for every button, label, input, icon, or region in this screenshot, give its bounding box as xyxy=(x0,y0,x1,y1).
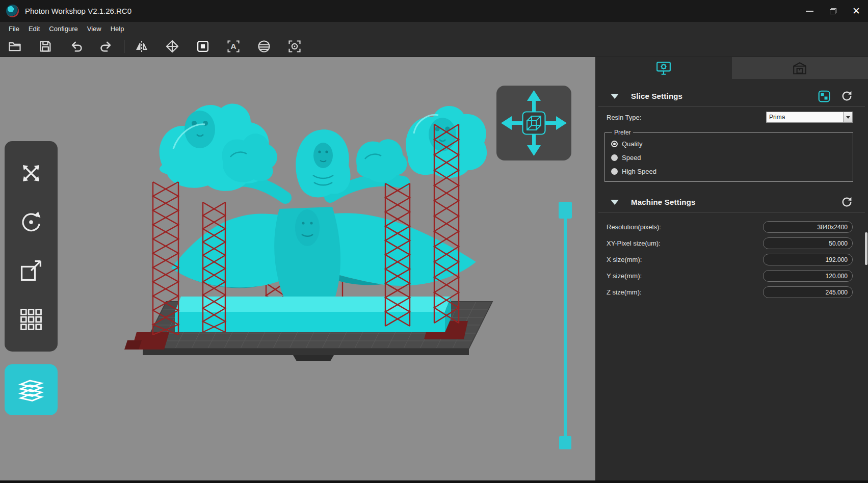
open-button[interactable] xyxy=(6,38,23,55)
undo-icon xyxy=(69,39,83,53)
panel-scrollbar-thumb[interactable] xyxy=(865,232,867,265)
printer-icon xyxy=(792,61,807,75)
tab-printer[interactable] xyxy=(732,57,868,79)
z-slider-bottom-cap[interactable] xyxy=(559,436,571,449)
view-navigation-widget xyxy=(496,86,571,160)
auto-detect-icon xyxy=(287,39,302,53)
radio-quality[interactable]: Quality xyxy=(611,140,847,148)
radio-high-speed[interactable]: High Speed xyxy=(611,168,847,175)
rotate-tool-button[interactable] xyxy=(15,206,47,238)
z-size-input[interactable] xyxy=(763,286,853,298)
close-button[interactable]: ✕ xyxy=(845,0,868,22)
nav-home-cube[interactable] xyxy=(523,112,545,135)
hollow-icon xyxy=(165,39,179,53)
refresh-icon xyxy=(841,90,853,102)
redo-button[interactable] xyxy=(98,38,115,55)
xy-pixel-size-row: XY-Pixel size(um): xyxy=(607,237,853,249)
model-sculpture xyxy=(160,104,487,297)
menu-help[interactable]: Help xyxy=(106,23,129,34)
radio-speed[interactable]: Speed xyxy=(611,154,847,162)
app-logo-icon xyxy=(6,5,19,17)
slice-layers-button[interactable] xyxy=(5,364,58,415)
z-slider-track[interactable] xyxy=(564,210,567,440)
slice-refresh-button[interactable] xyxy=(841,90,853,102)
menu-edit[interactable]: Edit xyxy=(24,23,44,34)
save-icon xyxy=(38,39,52,53)
array-tool-button[interactable] xyxy=(15,303,47,336)
restore-button[interactable] xyxy=(821,0,845,22)
x-size-input[interactable] xyxy=(763,254,853,265)
machine-settings-header: Machine Settings xyxy=(598,192,865,212)
slice-preview-button[interactable] xyxy=(255,38,273,55)
minimize-icon xyxy=(806,11,813,12)
machine-refresh-button[interactable] xyxy=(841,196,853,208)
x-size-row: X size(mm): xyxy=(607,254,853,265)
tab-slice-settings[interactable] xyxy=(595,57,732,79)
rotate-icon xyxy=(18,209,44,235)
slice-config-icon xyxy=(818,90,831,103)
menu-configure[interactable]: Configure xyxy=(44,23,82,34)
window-controls: ✕ xyxy=(798,0,868,22)
text-tool-icon: A xyxy=(226,39,241,53)
prefer-groupbox: Prefer Quality Speed High Speed xyxy=(604,129,853,182)
punch-hole-icon xyxy=(196,39,210,53)
window-title: Photon Workshop V2.1.26.RC0 xyxy=(25,7,131,15)
monitor-gear-icon xyxy=(656,61,671,75)
restore-icon xyxy=(830,8,836,14)
undo-button[interactable] xyxy=(67,38,85,55)
move-tool-button[interactable] xyxy=(15,157,47,190)
z-slider-handle[interactable] xyxy=(559,202,572,219)
refresh-icon xyxy=(841,196,853,208)
minimize-button[interactable] xyxy=(798,0,821,22)
punch-hole-button[interactable] xyxy=(194,38,212,55)
slice-settings-header: Slice Settings xyxy=(598,86,865,106)
mirror-button[interactable] xyxy=(133,38,150,55)
radio-unselected-icon xyxy=(611,168,618,175)
scale-icon xyxy=(18,257,44,284)
resin-type-dropdown-button[interactable] xyxy=(843,112,852,122)
resin-type-row: Resin Type: Prima xyxy=(607,112,853,123)
resin-type-value: Prima xyxy=(767,112,843,122)
menu-view[interactable]: View xyxy=(83,23,106,34)
save-button[interactable] xyxy=(37,38,54,55)
move-icon xyxy=(18,160,44,186)
hollow-button[interactable] xyxy=(164,38,181,55)
z-size-row: Z size(mm): xyxy=(607,286,853,298)
xy-pixel-size-input[interactable] xyxy=(763,237,853,249)
radio-unselected-icon xyxy=(611,154,618,161)
title-bar: Photon Workshop V2.1.26.RC0 ✕ xyxy=(0,0,868,22)
y-size-row: Y size(mm): xyxy=(607,270,853,282)
app-window: Photon Workshop V2.1.26.RC0 ✕ File Edit … xyxy=(0,0,868,483)
prefer-legend: Prefer xyxy=(612,129,633,136)
window-bottom-edge xyxy=(0,480,868,483)
slice-preview-icon xyxy=(257,39,271,53)
machine-settings-title: Machine Settings xyxy=(631,198,696,206)
collapse-triangle-icon[interactable] xyxy=(611,200,619,205)
menu-bar: File Edit Configure View Help xyxy=(0,22,868,36)
mirror-icon xyxy=(135,39,149,53)
chevron-down-icon xyxy=(846,116,850,119)
slice-settings-title: Slice Settings xyxy=(631,92,682,100)
resolution-input[interactable] xyxy=(763,221,853,233)
auto-detect-button[interactable] xyxy=(286,38,303,55)
resin-type-label: Resin Type: xyxy=(607,114,641,121)
close-icon: ✕ xyxy=(852,6,860,16)
slice-config-button[interactable] xyxy=(818,90,831,103)
menu-file[interactable]: File xyxy=(4,23,24,34)
layers-icon xyxy=(17,376,45,404)
array-icon xyxy=(18,306,44,333)
settings-panel: Slice Settings xyxy=(595,57,868,480)
toolbar-separator xyxy=(124,40,124,53)
resolution-row: Resolution(pixels): xyxy=(607,221,853,233)
svg-text:A: A xyxy=(231,42,236,50)
text-tool-button[interactable]: A xyxy=(225,38,242,55)
scale-tool-button[interactable] xyxy=(15,254,47,287)
open-folder-icon xyxy=(8,39,22,53)
radio-selected-icon xyxy=(611,141,618,147)
redo-icon xyxy=(99,39,114,53)
main-toolbar: A xyxy=(0,36,868,57)
main-area: Slice Settings xyxy=(0,57,868,480)
y-size-input[interactable] xyxy=(763,270,853,282)
collapse-triangle-icon[interactable] xyxy=(611,94,619,99)
resin-type-select[interactable]: Prima xyxy=(766,112,853,123)
